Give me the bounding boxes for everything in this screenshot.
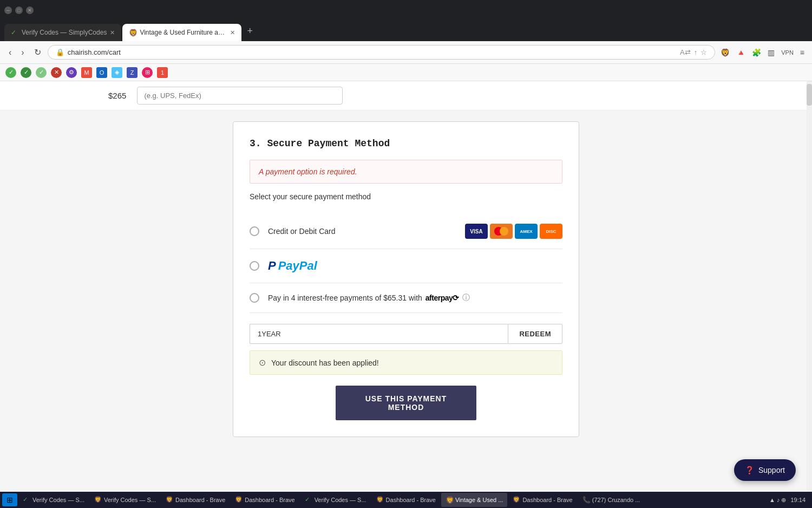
new-tab-button[interactable]: +: [243, 25, 257, 37]
discount-banner: ⊙ Your discount has been applied!: [250, 350, 562, 375]
taskbar-2-label: Verify Codes — S...: [104, 497, 156, 503]
shipping-price: $265: [108, 91, 126, 100]
menu-button[interactable]: ≡: [798, 46, 807, 59]
afterpay-info-icon[interactable]: ⓘ: [462, 293, 470, 303]
taskbar: ⊞ ✓ Verify Codes — S... 🦁 Verify Codes —…: [0, 492, 812, 508]
ext-11[interactable]: 1: [157, 67, 168, 78]
taskbar-4-favicon: 🦁: [235, 496, 243, 504]
close-button[interactable]: ✕: [26, 6, 34, 14]
nav-bar: ‹ › ↻ 🔒 chairish.com/cart A⇄ ↑ ☆ 🦁 🔺 🧩 ▥…: [0, 41, 812, 64]
mastercard-icon: [490, 224, 513, 239]
radio-afterpay[interactable]: [250, 293, 259, 303]
taskbar-time: 19:14: [790, 497, 806, 503]
address-bar[interactable]: 🔒 chairish.com/cart A⇄ ↑ ☆: [48, 45, 716, 60]
coupon-input[interactable]: [250, 324, 508, 344]
lock-icon: 🔒: [56, 48, 64, 56]
afterpay-logo: afterpay⟳: [425, 294, 459, 302]
bookmark-icon[interactable]: ☆: [700, 48, 707, 56]
support-bubble[interactable]: ❓ Support: [734, 459, 796, 481]
taskbar-item-1[interactable]: ✓ Verify Codes — S...: [18, 493, 89, 507]
url-text: chairish.com/cart: [68, 48, 677, 56]
tab-1[interactable]: ✓ Verify Codes — SimplyCodes ✕: [4, 24, 121, 41]
support-label: Support: [758, 466, 785, 474]
sidebar-button[interactable]: ▥: [765, 46, 777, 59]
taskbar-7-favicon: 🦁: [446, 496, 453, 504]
carrier-input[interactable]: [137, 87, 343, 105]
taskbar-item-4[interactable]: 🦁 Dashboard - Brave: [231, 493, 299, 507]
ext-3[interactable]: ✓: [36, 67, 47, 78]
reload-button[interactable]: ↻: [31, 45, 44, 60]
taskbar-item-8[interactable]: 🦁 Dashboard - Brave: [508, 493, 577, 507]
amex-icon: AMEX: [515, 224, 538, 239]
ext-6[interactable]: M: [81, 67, 92, 78]
taskbar-6-favicon: 🦁: [376, 496, 384, 504]
forward-button[interactable]: ›: [18, 45, 27, 60]
ext-4[interactable]: ✕: [51, 67, 62, 78]
taskbar-item-5[interactable]: ✓ Verify Codes — S...: [300, 493, 371, 507]
taskbar-5-favicon: ✓: [305, 496, 312, 504]
taskbar-item-3[interactable]: 🦁 Dashboard - Brave: [161, 493, 230, 507]
taskbar-9-favicon: 📞: [582, 496, 590, 504]
tab-2-close[interactable]: ✕: [230, 29, 235, 36]
ext-8[interactable]: ◈: [112, 67, 122, 78]
tab-1-close[interactable]: ✕: [110, 29, 115, 36]
share-icon: ↑: [694, 48, 698, 56]
ext-9[interactable]: Z: [127, 67, 137, 78]
taskbar-item-7[interactable]: 🦁 Vintage & Used ...: [441, 493, 507, 507]
select-prompt: Select your secure payment method: [250, 192, 562, 201]
taskbar-7-label: Vintage & Used ...: [455, 497, 503, 503]
vpn-button[interactable]: VPN: [779, 47, 796, 58]
paypal-p-icon: P: [268, 259, 276, 273]
payment-option-paypal: P PayPal: [250, 249, 562, 283]
ext-1[interactable]: ✓: [5, 67, 16, 78]
taskbar-8-label: Dashboard - Brave: [522, 497, 572, 503]
back-button[interactable]: ‹: [5, 45, 15, 60]
radio-paypal[interactable]: [250, 261, 259, 271]
window-controls: ─ □ ✕: [4, 6, 34, 14]
ext-10[interactable]: ⊞: [142, 67, 153, 78]
taskbar-item-9[interactable]: 📞 (727) Cruzando ...: [578, 493, 645, 507]
ext-2[interactable]: ✓: [21, 67, 31, 78]
minimize-button[interactable]: ─: [4, 6, 12, 14]
taskbar-item-6[interactable]: 🦁 Dashboard - Brave: [372, 493, 440, 507]
scrollbar-thumb[interactable]: [807, 84, 812, 106]
start-button[interactable]: ⊞: [2, 493, 17, 506]
paypal-logo: P PayPal: [268, 259, 317, 273]
brave-rewards-button[interactable]: 🔺: [734, 46, 748, 59]
section-title: 3. Secure Payment Method: [250, 138, 562, 149]
visa-icon: VISA: [465, 224, 488, 239]
taskbar-3-label: Dashboard - Brave: [175, 497, 225, 503]
taskbar-3-favicon: 🦁: [166, 496, 173, 504]
browser-titlebar: ─ □ ✕: [0, 0, 812, 21]
radio-card[interactable]: [250, 226, 259, 236]
tab-1-favicon: ✓: [11, 29, 18, 36]
taskbar-8-favicon: 🦁: [513, 496, 520, 504]
maximize-button[interactable]: □: [15, 6, 23, 14]
redeem-button[interactable]: REDEEM: [508, 324, 562, 344]
afterpay-text: Pay in 4 interest-free payments of $65.3…: [268, 293, 470, 303]
tab-2[interactable]: 🦁 Vintage & Used Furniture and D ✕: [122, 24, 241, 41]
support-icon: ❓: [745, 466, 754, 474]
taskbar-5-label: Verify Codes — S...: [315, 497, 366, 503]
ext-7[interactable]: O: [96, 67, 107, 78]
taskbar-9-label: (727) Cruzando ...: [592, 497, 640, 503]
error-text: A payment option is required.: [259, 167, 357, 176]
afterpay-label: Pay in 4 interest-free payments of $65.3…: [268, 294, 422, 302]
extensions-button[interactable]: 🧩: [750, 46, 763, 59]
tab-2-title: Vintage & Used Furniture and D: [140, 29, 227, 36]
translate-icon: A⇄: [680, 48, 691, 56]
tabs-bar: ✓ Verify Codes — SimplyCodes ✕ 🦁 Vintage…: [0, 21, 812, 41]
brave-shields-button[interactable]: 🦁: [718, 46, 732, 59]
payment-section: 3. Secure Payment Method A payment optio…: [233, 121, 579, 437]
extensions-bar: ✓ ✓ ✓ ✕ ⚙ M O ◈ Z ⊞ 1: [0, 64, 812, 81]
card-label: Credit or Debit Card: [268, 227, 456, 236]
system-icons: ▲ ♪ ⊕: [769, 497, 787, 504]
taskbar-item-2[interactable]: 🦁 Verify Codes — S...: [90, 493, 160, 507]
payment-option-afterpay: Pay in 4 interest-free payments of $65.3…: [250, 283, 562, 313]
tab-1-title: Verify Codes — SimplyCodes: [22, 29, 107, 36]
discover-icon: DISC: [540, 224, 562, 239]
use-payment-button[interactable]: USE THIS PAYMENT METHOD: [336, 386, 476, 420]
page-content: $265 3. Secure Payment Method A payment …: [0, 81, 812, 508]
ext-5[interactable]: ⚙: [66, 67, 77, 78]
scrollbar-track[interactable]: [807, 81, 812, 508]
